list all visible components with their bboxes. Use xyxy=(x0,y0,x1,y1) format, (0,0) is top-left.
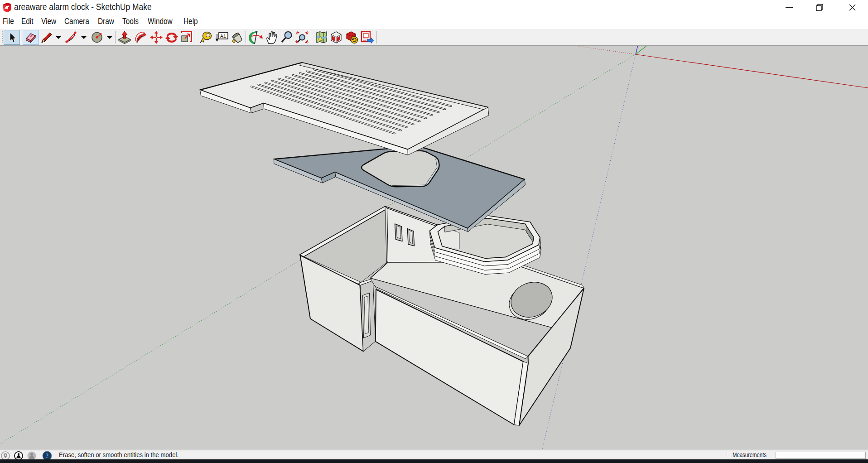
svg-text:A1: A1 xyxy=(220,34,227,39)
svg-text:?: ? xyxy=(46,453,49,459)
